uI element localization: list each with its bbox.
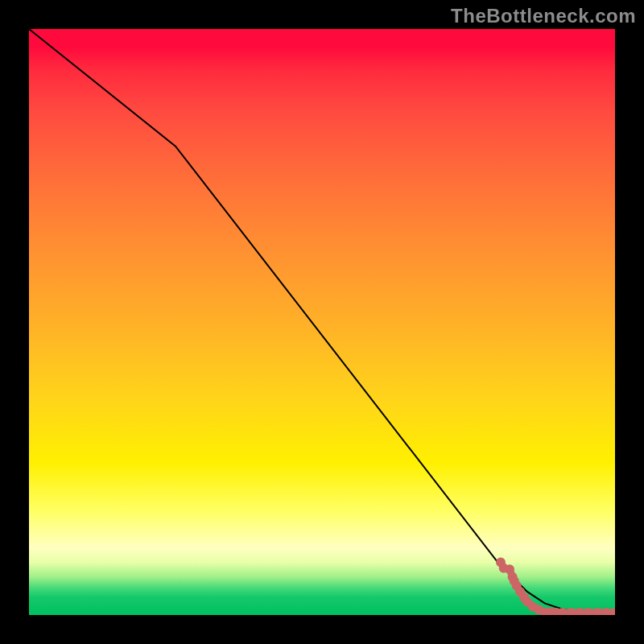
data-point — [559, 609, 567, 615]
data-point — [506, 565, 514, 573]
watermark-text: TheBottleneck.com — [451, 5, 636, 27]
plot-area — [29, 29, 615, 615]
plot-svg — [29, 29, 615, 615]
data-point — [584, 609, 592, 615]
curve-line — [29, 29, 615, 614]
data-point — [611, 609, 615, 615]
data-point — [567, 609, 575, 615]
chart-canvas: TheBottleneck.com — [0, 0, 644, 644]
data-point — [602, 609, 610, 615]
data-point — [593, 609, 601, 615]
data-point — [576, 609, 584, 615]
